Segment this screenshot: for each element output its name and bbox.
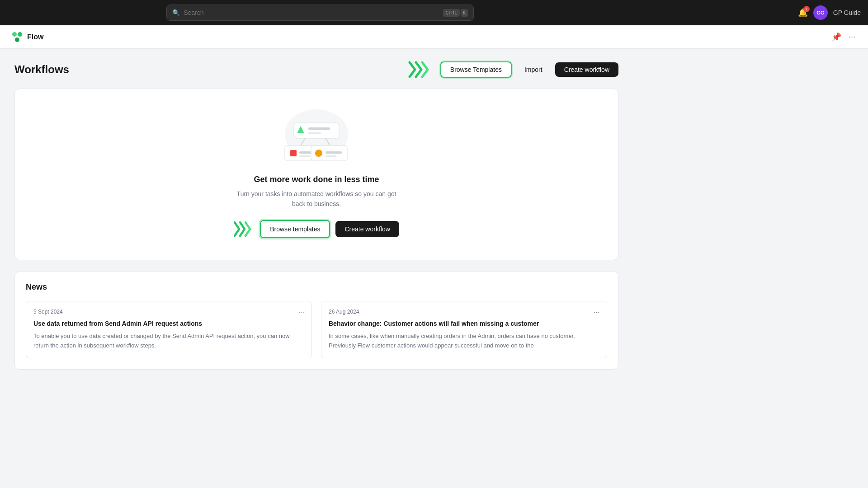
news-card-1-title: Use data returned from Send Admin API re… (33, 319, 206, 328)
search-shortcut: CTRL K (443, 9, 468, 17)
browse-templates-button[interactable]: Browse Templates (440, 61, 512, 78)
chevrons-decoration (408, 60, 433, 80)
app-title: Flow (27, 33, 43, 41)
avatar: GG (813, 5, 828, 20)
news-card-2: 26 Aug 2024 Behavior change: Customer ac… (321, 301, 607, 358)
notification-button[interactable]: 🔔 1 (798, 8, 808, 18)
import-button[interactable]: Import (519, 62, 548, 77)
small-chevrons-decoration (234, 220, 255, 238)
search-bar[interactable]: 🔍 CTRL K (166, 5, 474, 21)
empty-state-title: Get more work done in less time (254, 175, 379, 184)
page-header-actions: 📌 ··· (830, 30, 857, 44)
top-navigation: 🔍 CTRL K 🔔 1 GG GP Guide (0, 0, 868, 25)
news-card-1-body: To enable you to use data created or cha… (33, 332, 304, 351)
news-card-2-more-button[interactable]: ··· (594, 309, 599, 317)
news-section: News 5 Sept 2024 Use data returned from … (14, 271, 618, 370)
empty-state-actions: Browse templates Create workflow (234, 220, 399, 238)
news-card-2-body: In some cases, like when manually creati… (329, 332, 599, 351)
empty-state-card: Get more work done in less time Turn you… (14, 89, 618, 260)
chevrons-icon (408, 60, 433, 80)
flow-logo-icon (11, 31, 24, 43)
news-card-2-meta: 26 Aug 2024 Behavior change: Customer ac… (329, 309, 542, 328)
news-card-1-more-button[interactable]: ··· (298, 309, 304, 317)
svg-point-1 (18, 32, 22, 37)
k-key: K (461, 9, 468, 17)
ctrl-key: CTRL (443, 9, 460, 17)
user-name: GP Guide (833, 9, 861, 16)
page-header: Flow 📌 ··· (0, 25, 868, 49)
svg-rect-6 (308, 127, 330, 130)
workflows-header: Workflows Browse Templates Import Create… (14, 60, 618, 80)
page-title: Workflows (14, 63, 401, 76)
svg-rect-7 (308, 132, 321, 134)
create-workflow-button[interactable]: Create workflow (555, 62, 618, 77)
news-card-1: 5 Sept 2024 Use data returned from Send … (26, 301, 312, 358)
empty-state-description: Turn your tasks into automated workflows… (231, 189, 402, 209)
pin-icon-button[interactable]: 📌 (830, 30, 843, 44)
more-options-button[interactable]: ··· (847, 30, 857, 43)
news-card-2-header: 26 Aug 2024 Behavior change: Customer ac… (329, 309, 599, 328)
svg-point-2 (15, 38, 19, 42)
news-card-1-date: 5 Sept 2024 (33, 309, 206, 315)
news-card-2-date: 26 Aug 2024 (329, 309, 542, 315)
svg-rect-13 (299, 155, 310, 157)
chevrons-small-icon (234, 220, 255, 238)
nav-right: 🔔 1 GG GP Guide (798, 5, 861, 20)
news-title: News (26, 282, 607, 292)
news-card-1-meta: 5 Sept 2024 Use data returned from Send … (33, 309, 206, 328)
main-content: Workflows Browse Templates Import Create… (0, 49, 633, 380)
svg-rect-11 (290, 150, 297, 156)
search-input[interactable] (184, 9, 439, 16)
svg-rect-17 (326, 155, 336, 157)
browse-templates-inline-button[interactable]: Browse templates (260, 220, 330, 238)
news-card-2-title: Behavior change: Customer actions will f… (329, 319, 542, 328)
workflow-illustration (271, 107, 362, 175)
news-grid: 5 Sept 2024 Use data returned from Send … (26, 301, 607, 358)
search-icon: 🔍 (172, 9, 180, 16)
create-workflow-inline-button[interactable]: Create workflow (335, 221, 399, 237)
svg-point-0 (12, 32, 17, 37)
news-card-1-header: 5 Sept 2024 Use data returned from Send … (33, 309, 304, 328)
svg-rect-16 (326, 151, 342, 154)
notification-badge: 1 (803, 6, 810, 12)
svg-point-15 (315, 150, 322, 157)
